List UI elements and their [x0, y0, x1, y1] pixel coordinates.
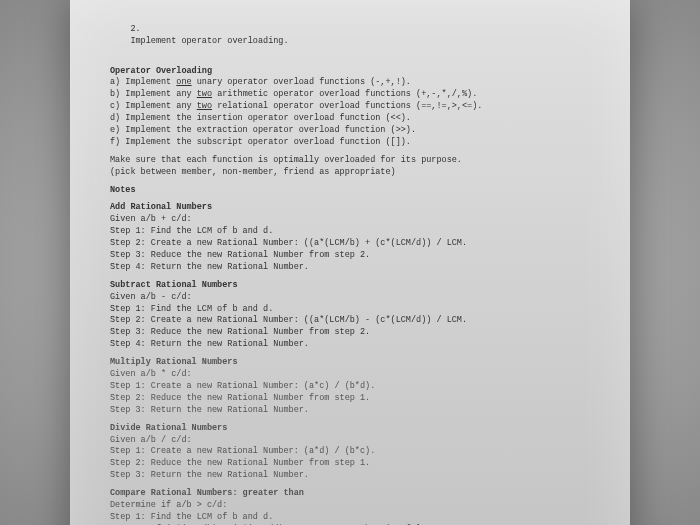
note-line-1: Make sure that each function is optimall…: [110, 155, 590, 167]
item-f: f) Implement the subscript operator over…: [110, 137, 590, 149]
item-a: a) Implement one unary operator overload…: [110, 77, 590, 89]
sub-s4: Step 4: Return the new Rational Number.: [110, 339, 590, 351]
item-e: e) Implement the extraction operator ove…: [110, 125, 590, 137]
add-s3: Step 3: Reduce the new Rational Number f…: [110, 250, 590, 262]
gt-s1: Step 1: Find the LCM of b and d.: [110, 512, 590, 524]
div-given: Given a/b / c/d:: [110, 435, 590, 447]
add-s4: Step 4: Return the new Rational Number.: [110, 262, 590, 274]
sub-title: Subtract Rational Numbers: [110, 280, 590, 292]
sub-s3: Step 3: Reduce the new Rational Number f…: [110, 327, 590, 339]
mul-s3: Step 3: Return the new Rational Number.: [110, 405, 590, 417]
header-num: 2.: [130, 24, 140, 34]
gt-title: Compare Rational Numbers: greater than: [110, 488, 590, 500]
add-s1: Step 1: Find the LCM of b and d.: [110, 226, 590, 238]
add-s2: Step 2: Create a new Rational Number: ((…: [110, 238, 590, 250]
mul-given: Given a/b * c/d:: [110, 369, 590, 381]
add-given: Given a/b + c/d:: [110, 214, 590, 226]
sub-given: Given a/b - c/d:: [110, 292, 590, 304]
sub-s2: Step 2: Create a new Rational Number: ((…: [110, 315, 590, 327]
mul-s1: Step 1: Create a new Rational Number: (a…: [110, 381, 590, 393]
add-title: Add Rational Numbers: [110, 202, 590, 214]
gt-given: Determine if a/b > c/d:: [110, 500, 590, 512]
header-title: Implement operator overloading.: [130, 36, 288, 46]
document-page: 2. Implement operator overloading. Opera…: [70, 0, 630, 525]
div-title: Divide Rational Numbers: [110, 423, 590, 435]
div-s3: Step 3: Return the new Rational Number.: [110, 470, 590, 482]
header-line: 2. Implement operator overloading.: [110, 12, 590, 60]
note-line-2: (pick between member, non-member, friend…: [110, 167, 590, 179]
sub-s1: Step 1: Find the LCM of b and d.: [110, 304, 590, 316]
mul-title: Multiply Rational Numbers: [110, 357, 590, 369]
notes-label: Notes: [110, 185, 590, 197]
mul-s2: Step 2: Reduce the new Rational Number f…: [110, 393, 590, 405]
item-d: d) Implement the insertion operator over…: [110, 113, 590, 125]
div-s2: Step 2: Reduce the new Rational Number f…: [110, 458, 590, 470]
overloading-title: Operator Overloading: [110, 66, 590, 78]
div-s1: Step 1: Create a new Rational Number: (a…: [110, 446, 590, 458]
item-c: c) Implement any two relational operator…: [110, 101, 590, 113]
item-b: b) Implement any two arithmetic operator…: [110, 89, 590, 101]
